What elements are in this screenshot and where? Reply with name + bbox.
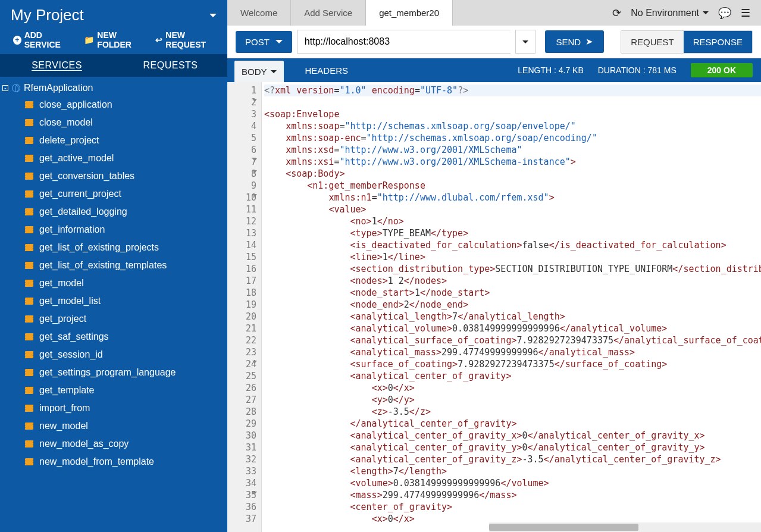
url-history-dropdown[interactable] — [515, 30, 535, 54]
line-number: 15 — [227, 251, 256, 263]
headers-tab[interactable]: HEADERS — [293, 58, 361, 82]
horizontal-scrollbar[interactable] — [489, 522, 761, 532]
tab-services[interactable]: SERVICES — [0, 54, 114, 77]
operation-icon — [25, 369, 33, 376]
tree-item-label: delete_project — [39, 135, 99, 146]
fold-icon[interactable] — [252, 99, 257, 102]
line-number: 12 — [227, 215, 256, 227]
tree-root[interactable]: - RfemApplication — [0, 80, 227, 96]
line-number: 36 — [227, 501, 256, 513]
gutter: 1234567891011121314151617181920212223242… — [227, 82, 262, 532]
tree-item-label: new_model — [39, 421, 88, 431]
line-number: 17 — [227, 275, 256, 287]
new-folder-label: NEW FOLDER — [97, 30, 147, 49]
tree-item[interactable]: get_project — [23, 310, 227, 328]
tree-item[interactable]: new_model_from_template — [23, 453, 227, 471]
tree-item[interactable]: get_session_id — [23, 346, 227, 364]
line-number: 11 — [227, 204, 256, 215]
main-panel: Welcome Add Service get_member20 ⟳ No En… — [227, 0, 761, 532]
method-label: POST — [245, 37, 270, 47]
operation-icon — [25, 262, 33, 269]
tree-item[interactable]: get_model — [23, 274, 227, 292]
code-content[interactable]: <?xml version="1.0" encoding="UTF-8"?> <… — [262, 82, 761, 532]
tree-item[interactable]: close_model — [23, 114, 227, 132]
top-tabs: Welcome Add Service get_member20 ⟳ No En… — [227, 0, 761, 26]
tab-add-service[interactable]: Add Service — [291, 0, 366, 26]
add-service-label: ADD SERVICE — [24, 30, 76, 49]
line-number: 37 — [227, 513, 256, 525]
request-view-button[interactable]: REQUEST — [621, 31, 684, 53]
tree-item[interactable]: delete_project — [23, 132, 227, 149]
tree-item-label: get_model_list — [39, 296, 101, 306]
chevron-down-icon — [275, 40, 283, 43]
response-meta: LENGTH : 4.7 KB DURATION : 781 MS 200 OK — [518, 58, 759, 82]
tab-requests[interactable]: REQUESTS — [114, 54, 227, 77]
body-dropdown[interactable]: BODY — [234, 61, 284, 82]
line-number: 14 — [227, 239, 256, 251]
tree-item-label: get_active_model — [39, 153, 114, 164]
tree-item[interactable]: close_application — [23, 96, 227, 114]
tree-item[interactable]: get_settings_program_language — [23, 364, 227, 381]
tree-item[interactable]: get_detailed_logging — [23, 203, 227, 221]
tree-item[interactable]: get_conversion_tables — [23, 167, 227, 185]
line-number: 25 — [227, 370, 256, 382]
hamburger-icon[interactable]: ☰ — [741, 7, 750, 20]
chat-icon[interactable]: 💬 — [718, 7, 731, 20]
response-view-button[interactable]: RESPONSE — [684, 31, 752, 53]
send-button[interactable]: SEND ➤ — [545, 30, 604, 53]
new-folder-button[interactable]: 📁 NEW FOLDER — [84, 30, 147, 49]
line-number: 10 — [227, 192, 256, 204]
fold-icon[interactable] — [252, 170, 257, 173]
tree-item[interactable]: get_template — [23, 381, 227, 399]
line-number: 29 — [227, 418, 256, 430]
tree-item[interactable]: get_saf_settings — [23, 328, 227, 346]
tree-item[interactable]: get_list_of_existing_templates — [23, 256, 227, 274]
new-request-button[interactable]: ↩ NEW REQUEST — [155, 30, 221, 49]
tree-item[interactable]: get_model_list — [23, 292, 227, 310]
line-number: 3 — [227, 108, 256, 120]
fold-icon[interactable] — [252, 158, 257, 161]
chevron-down-icon — [271, 70, 277, 73]
duration-label: DURATION : 781 MS — [598, 65, 677, 75]
method-dropdown[interactable]: POST — [236, 31, 292, 53]
line-number: 16 — [227, 263, 256, 275]
line-number: 34 — [227, 477, 256, 489]
fold-icon[interactable] — [252, 492, 257, 495]
line-number: 20 — [227, 311, 256, 323]
tree-item[interactable]: import_from — [23, 399, 227, 417]
tree-item[interactable]: get_list_of_existing_projects — [23, 239, 227, 256]
tree-item-label: new_model_as_copy — [39, 439, 129, 449]
collapse-icon[interactable]: - — [2, 85, 8, 91]
tree-item-label: get_project — [39, 314, 86, 324]
line-number: 32 — [227, 453, 256, 465]
tree-item[interactable]: new_model_as_copy — [23, 435, 227, 453]
fold-icon[interactable] — [252, 361, 257, 364]
scrollbar-thumb[interactable] — [489, 524, 638, 531]
line-number: 18 — [227, 287, 256, 299]
add-service-button[interactable]: + ADD SERVICE — [13, 30, 76, 49]
line-number: 5 — [227, 132, 256, 144]
tree-item-label: get_conversion_tables — [39, 171, 134, 181]
operation-icon — [25, 440, 33, 447]
tab-current[interactable]: get_member20 — [366, 0, 453, 26]
tree-item[interactable]: get_active_model — [23, 149, 227, 167]
operation-icon — [25, 173, 33, 180]
fold-icon[interactable] — [252, 194, 257, 197]
tree-items: close_applicationclose_modeldelete_proje… — [0, 96, 227, 471]
sync-icon[interactable]: ⟳ — [612, 7, 621, 20]
tree-item[interactable]: get_information — [23, 221, 227, 239]
environment-dropdown[interactable]: No Environment — [631, 8, 709, 18]
tree-item-label: get_current_project — [39, 189, 121, 199]
url-input[interactable] — [297, 30, 511, 54]
tree-item[interactable]: new_model — [23, 417, 227, 435]
tree-item[interactable]: get_current_project — [23, 185, 227, 203]
tab-welcome[interactable]: Welcome — [227, 0, 291, 26]
tree-item-label: get_information — [39, 224, 105, 235]
request-icon: ↩ — [155, 35, 162, 45]
tree-item-label: get_settings_program_language — [39, 367, 176, 378]
environment-label: No Environment — [631, 8, 699, 18]
project-caret-icon[interactable] — [209, 14, 217, 17]
line-number: 19 — [227, 299, 256, 311]
line-number: 13 — [227, 227, 256, 239]
request-bar: POST SEND ➤ REQUEST RESPONSE — [227, 26, 761, 58]
